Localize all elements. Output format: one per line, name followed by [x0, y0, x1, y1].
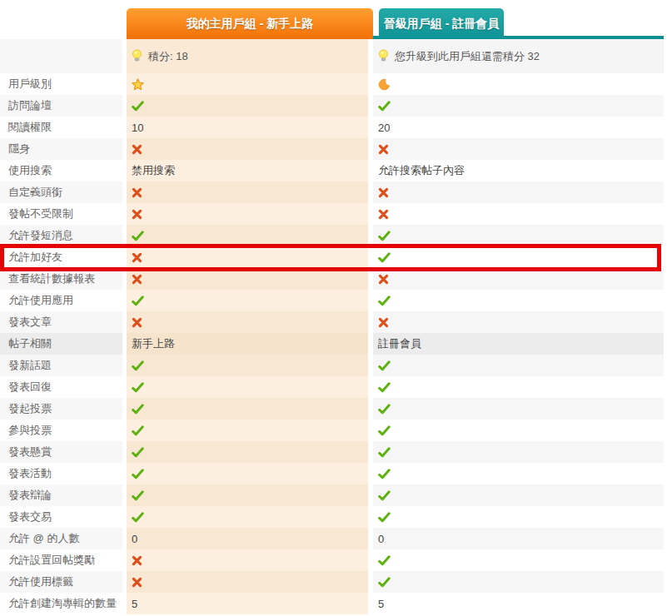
cross-icon [132, 555, 142, 566]
table-row: 允許設置回帖獎勵 [0, 549, 672, 571]
table-row: 發表懸賞 [0, 441, 672, 463]
table-row: 發表交易 [0, 506, 672, 528]
points-row-label [0, 39, 122, 73]
table-row: 允許加好友 [0, 246, 672, 268]
my-group-value [127, 138, 368, 160]
row-label: 允許創建淘專輯的數量 [0, 593, 122, 614]
check-icon [378, 231, 391, 241]
check-icon [132, 360, 144, 371]
row-label: 允許使用應用 [0, 290, 122, 311]
upgrade-group-value [373, 181, 664, 203]
tab-my-user-group-label: 我的主用戶組 - 新手上路 [187, 17, 313, 32]
row-label: 發帖不受限制 [0, 203, 122, 225]
cross-icon [132, 274, 142, 285]
table-row: 發表回復 [0, 376, 672, 398]
row-label: 允許 @ 的人數 [0, 528, 122, 549]
row-label: 使用搜索 [0, 160, 122, 181]
my-group-points: 積分: 18 [127, 39, 368, 73]
comparison-table: 用戶級別 訪問論壇 閱讀權限 10 20 隱身 使用搜索 禁用搜索 允許搜索帖子… [0, 73, 672, 614]
check-icon [132, 382, 144, 393]
my-group-value: 10 [127, 117, 368, 138]
star-icon [132, 78, 144, 91]
my-group-value: 0 [127, 528, 368, 549]
my-group-value [127, 484, 368, 506]
my-group-value [127, 398, 368, 420]
row-label: 隱身 [0, 138, 122, 160]
upgrade-group-value [373, 398, 664, 420]
lightbulb-icon [132, 49, 142, 63]
tab-upgrade-user-group[interactable]: 晉級用戶組 - 註冊會員 [379, 8, 504, 39]
table-row: 允許使用標籤 [0, 571, 672, 593]
upgrade-group-value [373, 203, 664, 225]
my-group-value [127, 181, 368, 203]
cross-icon [132, 252, 142, 263]
table-row: 自定義頭銜 [0, 181, 672, 203]
my-group-value [127, 571, 368, 593]
row-label: 閱讀權限 [0, 117, 122, 138]
table-row: 閱讀權限 10 20 [0, 117, 672, 138]
upgrade-group-value [373, 420, 664, 441]
row-label: 用戶級別 [0, 73, 122, 95]
my-group-value [127, 376, 368, 398]
upgrade-group-value [373, 355, 664, 376]
cross-icon [378, 144, 389, 155]
my-group-value: 禁用搜索 [127, 160, 368, 181]
row-label: 參與投票 [0, 420, 122, 441]
check-icon [378, 296, 391, 306]
upgrade-group-value [373, 138, 664, 160]
row-label: 發表交易 [0, 506, 122, 528]
upgrade-group-value [373, 311, 664, 333]
check-icon [132, 469, 144, 479]
check-icon [378, 252, 391, 263]
row-label: 發表懸賞 [0, 441, 122, 463]
row-label: 發表文章 [0, 311, 122, 333]
my-group-value [127, 311, 368, 333]
cross-icon [378, 187, 389, 198]
cross-icon [132, 144, 142, 155]
upgrade-group-value [373, 506, 664, 528]
upgrade-group-value [373, 268, 664, 290]
table-row: 使用搜索 禁用搜索 允許搜索帖子內容 [0, 160, 672, 181]
cross-icon [378, 317, 389, 328]
moon-icon [378, 78, 390, 91]
tab-my-user-group[interactable]: 我的主用戶組 - 新手上路 [127, 8, 373, 39]
table-row: 發起投票 [0, 398, 672, 420]
check-icon [378, 512, 391, 523]
check-icon [378, 490, 391, 501]
my-group-value [127, 290, 368, 311]
cross-icon [378, 274, 389, 285]
table-row: 用戶級別 [0, 73, 672, 95]
table-row: 訪問論壇 [0, 95, 672, 117]
table-row: 允許發短消息 [0, 225, 672, 246]
table-row: 發表文章 [0, 311, 672, 333]
upgrade-group-value [373, 571, 664, 593]
my-group-value [127, 441, 368, 463]
upgrade-group-value: 20 [373, 117, 664, 138]
upgrade-group-value: 5 [373, 593, 664, 614]
my-group-value [127, 463, 368, 484]
user-group-comparison-panel: 我的主用戶組 - 新手上路 晉級用戶組 - 註冊會員 積分: 18 您升級到此用… [0, 0, 672, 616]
row-label: 發新話題 [0, 355, 122, 376]
table-row: 允許創建淘專輯的數量 5 5 [0, 593, 672, 614]
cross-icon [132, 577, 142, 588]
table-row: 帖子相關 新手上路 註冊會員 [0, 333, 672, 355]
upgrade-group-value: 註冊會員 [373, 333, 664, 355]
check-icon [378, 469, 391, 479]
row-label: 發起投票 [0, 398, 122, 420]
row-label: 發表回復 [0, 376, 122, 398]
upgrade-group-points-text: 您升級到此用戶組還需積分 32 [395, 49, 540, 64]
check-icon [132, 490, 144, 501]
upgrade-group-points: 您升級到此用戶組還需積分 32 [373, 39, 664, 73]
upgrade-group-value: 0 [373, 528, 664, 549]
upgrade-group-value [373, 463, 664, 484]
check-icon [378, 101, 391, 112]
cross-icon [132, 317, 142, 328]
cross-icon [132, 187, 142, 198]
check-icon [378, 360, 391, 371]
row-label: 發表活動 [0, 463, 122, 484]
table-row: 查看統計數據報表 [0, 268, 672, 290]
upgrade-group-value [373, 95, 664, 117]
check-icon [132, 447, 144, 458]
table-row: 發表活動 [0, 463, 672, 484]
table-row: 允許 @ 的人數 0 0 [0, 528, 672, 549]
